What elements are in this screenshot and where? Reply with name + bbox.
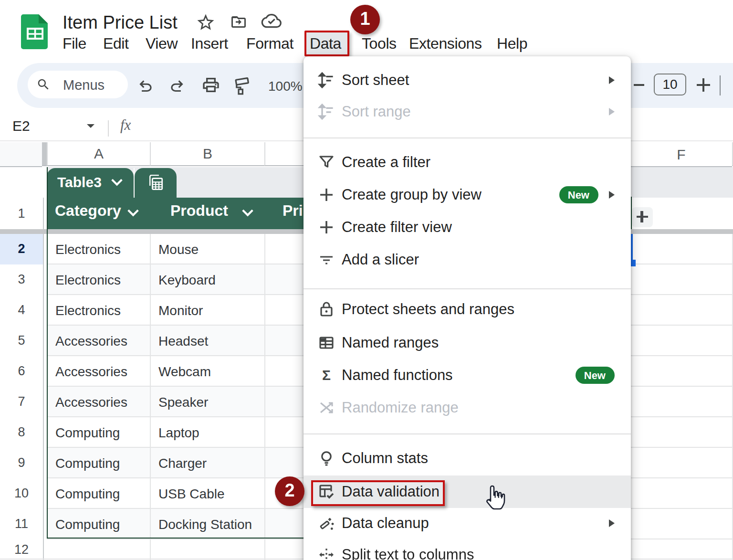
svg-text:Σ: Σ <box>322 367 331 383</box>
